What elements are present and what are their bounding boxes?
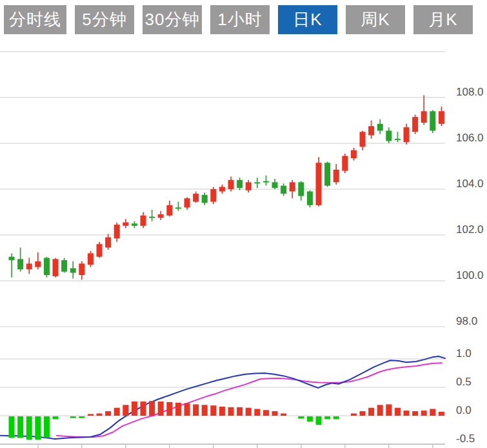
candle-body[interactable] [377,124,383,131]
macd-histogram-bar[interactable] [368,408,374,416]
macd-histogram-bar[interactable] [26,416,32,440]
candle-body[interactable] [202,195,208,203]
candle-body[interactable] [298,182,304,196]
candle-body[interactable] [123,222,128,225]
macd-histogram-bar[interactable] [202,405,208,416]
btn-monthly-k[interactable]: 月K [413,5,473,34]
candle-body[interactable] [342,156,348,171]
candle-body[interactable] [368,126,374,135]
candle-body[interactable] [421,111,427,123]
candle-body[interactable] [307,192,313,205]
candle-body[interactable] [228,180,234,189]
btn-daily-k[interactable]: 日K [278,5,337,34]
candle-body[interactable] [35,261,41,267]
macd-histogram-bar[interactable] [281,413,286,416]
macd-histogram-bar[interactable] [17,416,23,438]
candle-body[interactable] [61,260,67,272]
candle-body[interactable] [237,180,243,188]
macd-histogram-bar[interactable] [44,416,50,438]
macd-histogram-bar[interactable] [333,416,339,419]
candle-body[interactable] [254,182,260,183]
macd-histogram-bar[interactable] [360,411,366,416]
macd-histogram-bar[interactable] [246,408,252,416]
macd-histogram-bar[interactable] [114,408,120,416]
candle-body[interactable] [79,263,84,275]
macd-histogram-bar[interactable] [210,405,216,416]
candle-body[interactable] [70,268,76,272]
btn-weekly-k[interactable]: 周K [346,5,405,34]
macd-histogram-bar[interactable] [254,409,260,416]
candle-body[interactable] [105,238,111,248]
candle-body[interactable] [290,182,295,191]
macd-histogram-bar[interactable] [412,411,418,416]
candle-body[interactable] [132,223,137,226]
chart-canvas[interactable]: 108.0106.0104.0102.0100.098.01.00.50.0-0… [0,0,487,448]
candle-body[interactable] [219,187,225,191]
candle-body[interactable] [263,181,269,183]
candle-body[interactable] [166,205,172,216]
macd-histogram-bar[interactable] [35,416,41,440]
macd-histogram-bar[interactable] [79,416,84,418]
candle-body[interactable] [141,216,146,226]
candle-body[interactable] [386,130,392,141]
candle-body[interactable] [281,186,286,194]
macd-histogram-bar[interactable] [237,407,243,416]
macd-histogram-bar[interactable] [141,402,146,416]
candle-body[interactable] [333,170,339,183]
btn-30min[interactable]: 30分钟 [143,5,202,34]
macd-histogram-bar[interactable] [70,416,76,418]
macd-histogram-bar[interactable] [158,402,164,416]
candle-body[interactable] [175,207,181,209]
macd-histogram-bar[interactable] [105,411,111,416]
candle-body[interactable] [324,163,330,185]
macd-histogram-bar[interactable] [386,404,392,416]
macd-histogram-bar[interactable] [88,414,94,416]
candle-body[interactable] [9,257,15,260]
candle-body[interactable] [114,225,120,238]
candle-body[interactable] [430,111,435,130]
macd-histogram-bar[interactable] [351,413,357,416]
btn-5min[interactable]: 5分钟 [75,5,134,34]
macd-histogram-bar[interactable] [132,402,137,416]
macd-histogram-bar[interactable] [123,405,128,416]
macd-histogram-bar[interactable] [377,405,383,416]
macd-histogram-bar[interactable] [316,416,322,425]
candle-body[interactable] [158,214,164,218]
macd-histogram-bar[interactable] [298,416,304,419]
candle-body[interactable] [360,132,366,147]
macd-histogram-bar[interactable] [404,411,410,416]
macd-histogram-bar[interactable] [193,404,199,416]
candle-body[interactable] [404,127,410,142]
macd-histogram-bar[interactable] [324,416,330,419]
candle-body[interactable] [412,117,418,132]
candle-body[interactable] [272,182,278,188]
macd-histogram-bar[interactable] [430,409,435,416]
candle-body[interactable] [17,259,23,269]
candle-body[interactable] [439,111,444,124]
macd-histogram-bar[interactable] [395,408,401,416]
candle-body[interactable] [149,217,155,218]
candle-body[interactable] [88,253,94,265]
macd-histogram-bar[interactable] [228,407,234,416]
candle-body[interactable] [351,150,357,158]
macd-histogram-bar[interactable] [166,402,172,416]
macd-histogram-bar[interactable] [439,412,444,416]
candle-body[interactable] [210,189,216,202]
btn-1hour[interactable]: 1小时 [210,5,270,34]
macd-histogram-bar[interactable] [184,403,190,416]
candle-body[interactable] [26,263,32,269]
macd-histogram-bar[interactable] [263,410,269,416]
btn-timeline[interactable]: 分时线 [4,5,66,34]
macd-histogram-bar[interactable] [53,416,59,419]
macd-histogram-bar[interactable] [272,411,278,416]
candle-body[interactable] [44,258,50,276]
candle-body[interactable] [53,259,59,276]
macd-histogram-bar[interactable] [219,407,225,416]
candle-body[interactable] [316,163,322,205]
candle-body[interactable] [193,194,199,201]
macd-histogram-bar[interactable] [307,416,313,422]
candle-body[interactable] [395,139,401,140]
candle-body[interactable] [97,244,103,257]
macd-histogram-bar[interactable] [149,401,155,416]
macd-histogram-bar[interactable] [97,413,103,416]
